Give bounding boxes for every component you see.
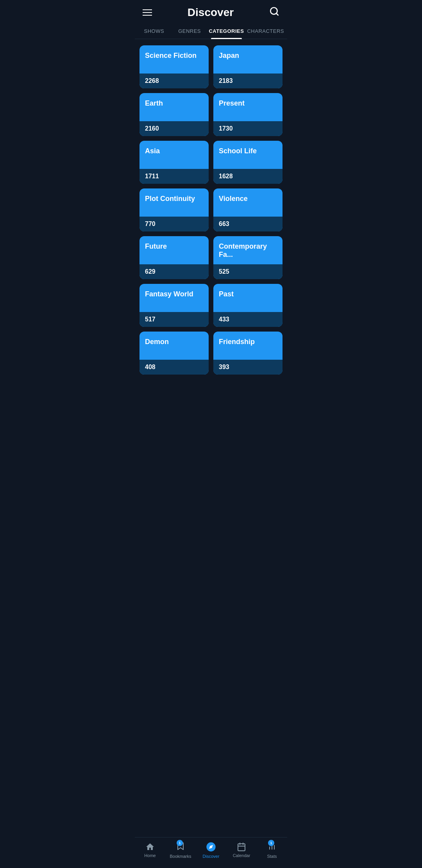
search-icon [269, 6, 279, 16]
category-count: 1730 [213, 121, 283, 136]
category-card[interactable]: Japan 2183 [213, 45, 283, 88]
category-name: Asia [139, 141, 209, 169]
category-card[interactable]: School Life 1628 [213, 141, 283, 184]
category-name: Science Fiction [139, 45, 209, 74]
category-card[interactable]: Friendship 393 [213, 332, 283, 375]
category-card[interactable]: Past 433 [213, 284, 283, 327]
category-count: 2268 [139, 74, 209, 88]
category-count: 629 [139, 264, 209, 279]
category-count: 2183 [213, 74, 283, 88]
category-name: Plot Continuity [139, 188, 209, 217]
tab-genres[interactable]: GENRES [172, 23, 207, 39]
category-count: 517 [139, 312, 209, 327]
tab-bar: SHOWS GENRES CATEGORIES CHARACTERS [135, 23, 287, 39]
tab-characters[interactable]: CHARACTERS [245, 23, 286, 39]
category-count: 408 [139, 360, 209, 375]
category-count: 1628 [213, 169, 283, 184]
category-card[interactable]: Fantasy World 517 [139, 284, 209, 327]
category-name: Violence [213, 188, 283, 217]
category-card[interactable]: Violence 663 [213, 188, 283, 231]
category-card[interactable]: Present 1730 [213, 93, 283, 136]
category-name: Earth [139, 93, 209, 121]
category-name: Fantasy World [139, 284, 209, 312]
search-button[interactable] [269, 6, 279, 19]
tab-shows[interactable]: SHOWS [136, 23, 172, 39]
category-name: Past [213, 284, 283, 312]
category-name: Japan [213, 45, 283, 74]
category-card[interactable]: Future 629 [139, 236, 209, 279]
category-card[interactable]: Earth 2160 [139, 93, 209, 136]
categories-grid: Science Fiction 2268 Japan 2183 Earth 21… [135, 39, 287, 381]
category-name: Present [213, 93, 283, 121]
category-card[interactable]: Demon 408 [139, 332, 209, 375]
category-name: Demon [139, 332, 209, 360]
category-name: Future [139, 236, 209, 264]
app-header: Discover [135, 0, 287, 23]
svg-line-1 [276, 13, 278, 15]
category-count: 663 [213, 217, 283, 231]
category-name: Friendship [213, 332, 283, 360]
category-name: Contemporary Fa... [213, 236, 283, 264]
menu-button[interactable] [143, 9, 152, 16]
category-count: 770 [139, 217, 209, 231]
category-card[interactable]: Plot Continuity 770 [139, 188, 209, 231]
categories-section: Science Fiction 2268 Japan 2183 Earth 21… [135, 39, 287, 420]
category-card[interactable]: Contemporary Fa... 525 [213, 236, 283, 279]
category-count: 525 [213, 264, 283, 279]
category-count: 2160 [139, 121, 209, 136]
category-name: School Life [213, 141, 283, 169]
category-card[interactable]: Science Fiction 2268 [139, 45, 209, 88]
category-card[interactable]: Asia 1711 [139, 141, 209, 184]
category-count: 1711 [139, 169, 209, 184]
category-count: 393 [213, 360, 283, 375]
category-count: 433 [213, 312, 283, 327]
tab-categories[interactable]: CATEGORIES [207, 23, 245, 39]
page-title: Discover [188, 6, 234, 19]
